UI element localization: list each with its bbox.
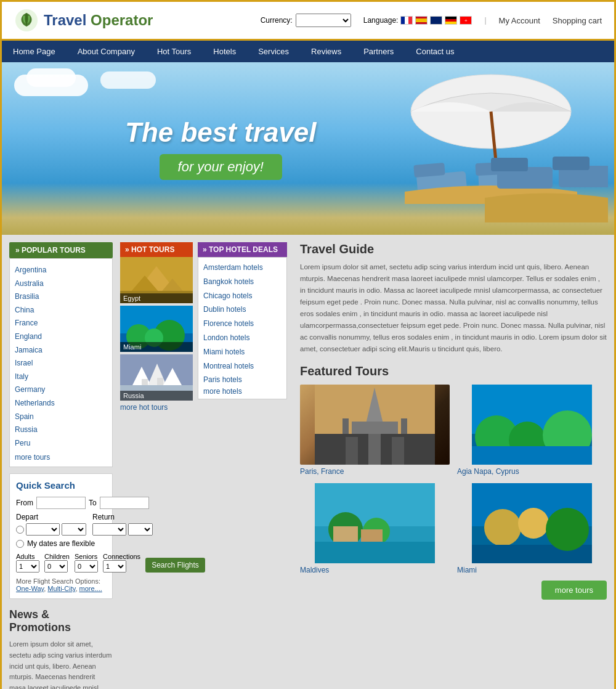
hotel-deal-link[interactable]: Paris hotels <box>203 373 282 387</box>
qs-flexible-label: My dates are flexible <box>27 539 95 548</box>
multi-city-link[interactable]: Multi-City <box>47 585 75 592</box>
hotel-deal-link[interactable]: Miami hotels <box>203 345 282 359</box>
flag-es[interactable] <box>415 16 428 25</box>
more-options-label: More Flight Search Options: <box>16 577 100 585</box>
popular-tour-item[interactable]: Netherlands <box>15 397 107 410</box>
nav-link-reviews[interactable]: Reviews <box>300 41 352 62</box>
popular-tour-link[interactable]: Netherlands <box>15 397 107 410</box>
popular-tour-link[interactable]: France <box>15 317 107 330</box>
nav-link-about[interactable]: About Company <box>67 41 146 62</box>
nav-item-home[interactable]: Home Page <box>2 41 67 62</box>
popular-tour-link[interactable]: Australia <box>15 277 107 291</box>
qs-seniors-select[interactable]: 0 <box>75 560 98 573</box>
popular-tour-link[interactable]: Brasilia <box>15 290 107 304</box>
hotel-deal-link[interactable]: Florence hotels <box>203 317 282 331</box>
more-link[interactable]: more.... <box>79 585 102 592</box>
travel-guide-body: Lorem ipsum dolor sit amet, sectetu adip… <box>300 261 607 355</box>
nav-item-hot-tours[interactable]: Hot Tours <box>146 41 202 62</box>
qs-adults-select[interactable]: 1 <box>16 560 39 573</box>
popular-tour-item[interactable]: Peru <box>15 437 107 450</box>
hotel-deal-link[interactable]: Amsterdam hotels <box>203 261 282 275</box>
hotel-deal-item[interactable]: Montreal hotels <box>203 359 282 373</box>
popular-tour-link[interactable]: China <box>15 304 107 317</box>
qs-depart-month[interactable] <box>26 523 60 536</box>
qs-depart-controls <box>16 523 86 536</box>
qs-children-select[interactable]: 0 <box>44 560 68 573</box>
more-hotels-link[interactable]: more hotels <box>203 387 242 396</box>
popular-tour-item[interactable]: Russia <box>15 423 107 437</box>
popular-tour-link[interactable]: Argentina <box>15 264 107 277</box>
popular-tour-item[interactable]: Spain <box>15 410 107 424</box>
more-tours-btn[interactable]: more tours <box>541 581 607 600</box>
popular-tour-item[interactable]: Israel <box>15 357 107 370</box>
hot-tour-label-russia: Russia <box>120 391 193 401</box>
popular-tour-item[interactable]: Australia <box>15 277 107 291</box>
flag-fr[interactable] <box>400 16 413 25</box>
featured-label-miami2[interactable]: Miami <box>457 566 607 574</box>
popular-tour-link[interactable]: Israel <box>15 357 107 370</box>
nav-item-contact[interactable]: Contact us <box>405 41 465 62</box>
one-way-link[interactable]: One-Way <box>16 585 44 592</box>
hotel-deal-link[interactable]: Dublin hotels <box>203 303 282 317</box>
popular-tour-item[interactable]: Jamaica <box>15 344 107 357</box>
nav-link-services[interactable]: Services <box>247 41 300 62</box>
nav-link-hotels[interactable]: Hotels <box>202 41 247 62</box>
currency-select[interactable] <box>296 14 351 27</box>
popular-tour-link[interactable]: Peru <box>15 437 107 450</box>
shopping-cart-link[interactable]: Shopping cart <box>553 16 602 25</box>
featured-label-paris[interactable]: Paris, France <box>300 467 450 476</box>
nav-link-contact[interactable]: Contact us <box>405 41 465 62</box>
hotel-deal-item[interactable]: Paris hotels <box>203 373 282 387</box>
hotel-deal-item[interactable]: Chicago hotels <box>203 289 282 303</box>
popular-tour-item[interactable]: France <box>15 317 107 330</box>
popular-tour-item[interactable]: Brasilia <box>15 290 107 304</box>
popular-tour-link[interactable]: Spain <box>15 410 107 424</box>
flag-en[interactable] <box>430 16 442 25</box>
popular-tour-item[interactable]: Italy <box>15 370 107 384</box>
popular-tour-item[interactable]: Argentina <box>15 264 107 277</box>
nav-item-services[interactable]: Services <box>247 41 300 62</box>
nav-link-partners[interactable]: Partners <box>352 41 405 62</box>
featured-tours-title: Featured Tours <box>300 364 607 378</box>
popular-tour-link[interactable]: Germany <box>15 383 107 397</box>
popular-tour-link[interactable]: Russia <box>15 423 107 437</box>
nav-item-hotels[interactable]: Hotels <box>202 41 247 62</box>
hotel-deal-item[interactable]: London hotels <box>203 331 282 345</box>
more-hot-tours-link[interactable]: more hot tours <box>120 403 193 412</box>
popular-tour-link[interactable]: Jamaica <box>15 344 107 357</box>
flag-de[interactable] <box>445 16 457 25</box>
hotel-deal-item[interactable]: Dublin hotels <box>203 303 282 317</box>
qs-from-row: From To <box>16 497 106 509</box>
popular-tour-item[interactable]: Germany <box>15 383 107 397</box>
qs-to-label: To <box>89 499 97 507</box>
popular-tour-item[interactable]: England <box>15 330 107 344</box>
travel-guide-title: Travel Guide <box>300 242 607 256</box>
nav-link-hot-tours[interactable]: Hot Tours <box>146 41 202 62</box>
my-account-link[interactable]: My Account <box>499 16 540 25</box>
qs-depart-radio[interactable] <box>16 526 24 534</box>
hot-tours-header: » HOT TOURS <box>120 242 193 257</box>
hotel-deal-link[interactable]: Chicago hotels <box>203 289 282 303</box>
popular-tour-item[interactable]: China <box>15 304 107 317</box>
hotel-deal-item[interactable]: Amsterdam hotels <box>203 261 282 275</box>
popular-tour-link[interactable]: Italy <box>15 370 107 384</box>
qs-flexible-radio[interactable] <box>16 540 24 548</box>
hotel-deal-item[interactable]: Bangkok hotels <box>203 275 282 289</box>
featured-label-cyprus[interactable]: Agia Napa, Cyprus <box>457 467 607 476</box>
nav-link-home[interactable]: Home Page <box>2 41 67 62</box>
qs-depart-day[interactable] <box>62 523 86 536</box>
hotel-deal-item[interactable]: Miami hotels <box>203 345 282 359</box>
nav-item-about[interactable]: About Company <box>67 41 146 62</box>
nav-item-partners[interactable]: Partners <box>352 41 405 62</box>
featured-label-maldives[interactable]: Maldives <box>300 566 450 574</box>
qs-from-input[interactable] <box>36 497 86 509</box>
nav-item-reviews[interactable]: Reviews <box>300 41 352 62</box>
flag-ch[interactable]: + <box>460 16 472 25</box>
hotel-deal-link[interactable]: Bangkok hotels <box>203 275 282 289</box>
hotel-deal-item[interactable]: Florence hotels <box>203 317 282 331</box>
hotel-deal-link[interactable]: London hotels <box>203 331 282 345</box>
popular-tour-link[interactable]: England <box>15 330 107 344</box>
more-tours-link[interactable]: more tours <box>15 453 107 462</box>
qs-seniors-group: Seniors 0 <box>75 553 98 573</box>
hotel-deal-link[interactable]: Montreal hotels <box>203 359 282 373</box>
